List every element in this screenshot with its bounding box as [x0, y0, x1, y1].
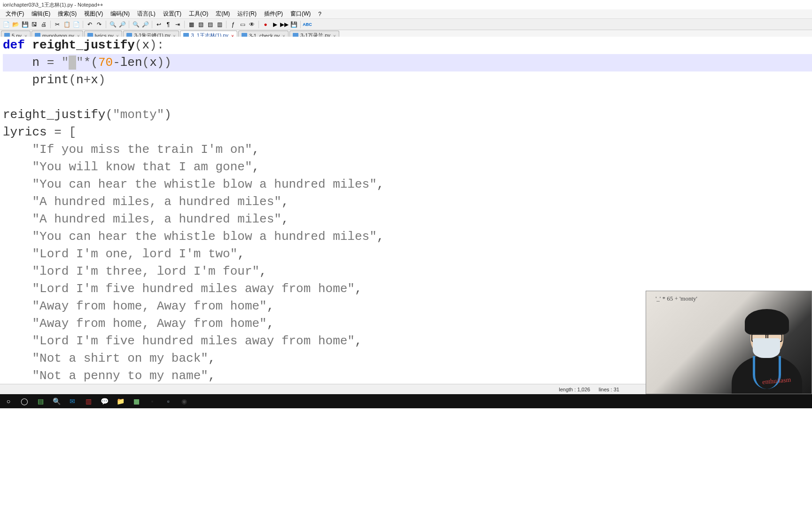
taskbar-files-icon[interactable]: ▤ [35, 396, 46, 407]
separator [152, 21, 152, 28]
menu-item[interactable]: 编码(N) [107, 9, 133, 19]
window-title: ion\chapter03\3_1王志林(1).py - Notepad++ [3, 1, 103, 8]
code-line[interactable]: "lord I'm three, lord I'm four", [3, 263, 812, 280]
taskbar-outlook-icon[interactable]: ✉ [67, 396, 78, 407]
status-lines: lines : 31 [599, 387, 619, 392]
taskbar-circle-icon[interactable]: ○ [3, 396, 14, 407]
new-file-icon[interactable]: 📄 [2, 21, 10, 28]
separator [258, 21, 259, 28]
taskbar-npp-icon[interactable]: ▦ [131, 396, 142, 407]
code-line[interactable]: "A hundred miles, a hundred miles", [3, 193, 812, 211]
menubar: 文件(F)编辑(E)搜索(S)视图(V)编码(N)语言(L)设置(T)工具(O)… [0, 9, 812, 19]
code-line[interactable]: "Lord I'm one, lord I'm two", [3, 246, 812, 263]
zoom-out-icon[interactable]: 🔎 [141, 21, 149, 28]
undo-icon[interactable]: ↶ [86, 21, 94, 28]
menu-item[interactable]: 设置(T) [159, 9, 185, 19]
taskbar-note-icon[interactable]: ▥ [83, 396, 94, 407]
paste-icon[interactable]: 📄 [72, 21, 80, 28]
separator [226, 21, 226, 28]
code-line[interactable]: "A hundred miles, a hundred miles", [3, 211, 812, 228]
separator [300, 21, 301, 28]
redo-icon[interactable]: ↷ [95, 21, 103, 28]
show-all-chars-icon[interactable]: ¶ [164, 21, 172, 28]
play-macro-icon[interactable]: ▶ [271, 21, 279, 28]
toolbar: 📄 📂 💾 🖫 🖨 ✂ 📋 📄 ↶ ↷ 🔍 🔎 🔍 🔎 ↩ ¶ ⇥ ▦ ▧ ▤ … [0, 19, 812, 30]
webcam-overlay: '_' * 65 + 'monty' enthu/iasm [646, 291, 812, 394]
separator [184, 21, 185, 28]
taskbar-wechat-icon[interactable]: 💬 [99, 396, 110, 407]
separator [129, 21, 129, 28]
indent-guide-icon[interactable]: ⇥ [174, 21, 181, 28]
uncomment-icon[interactable]: ▥ [216, 21, 223, 28]
save-macro-icon[interactable]: 💾 [290, 21, 297, 28]
taskbar-vbox-icon[interactable]: ▫ [163, 396, 174, 407]
replace-icon[interactable]: 🔎 [118, 21, 126, 28]
whiteboard-text: '_' * 65 + 'monty' [656, 295, 697, 302]
comment-icon[interactable]: ▤ [206, 21, 214, 28]
separator [83, 21, 83, 28]
menu-item[interactable]: 视图(V) [80, 9, 107, 19]
copy-icon[interactable]: 📋 [63, 21, 70, 28]
code-line[interactable]: lyrics = [ [3, 124, 812, 141]
menu-item[interactable]: 编辑(E) [28, 9, 54, 19]
function-list-icon[interactable]: ƒ [229, 21, 237, 28]
menu-item[interactable]: 窗口(W) [287, 9, 314, 19]
menu-item[interactable]: 搜索(S) [54, 9, 80, 19]
taskbar-chrome-icon[interactable]: ◯ [19, 396, 30, 407]
menu-item[interactable]: 宏(M) [212, 9, 234, 19]
taskbar-cmd-icon[interactable]: ▪ [147, 396, 158, 407]
status-length: length : 1,026 [559, 387, 590, 392]
separator [50, 21, 51, 28]
zoom-in-icon[interactable]: 🔍 [132, 21, 140, 28]
cut-icon[interactable]: ✂ [54, 21, 61, 28]
fold-icon[interactable]: ▦ [187, 21, 195, 28]
os-taskbar: ○◯▤🔍✉▥💬📁▦▪▫◉ [0, 394, 812, 408]
menu-item[interactable]: 语言(L) [133, 9, 159, 19]
save-all-icon[interactable]: 🖫 [31, 21, 38, 28]
code-line[interactable]: def reight_justify(x): [3, 37, 812, 54]
menu-item[interactable]: ? [314, 10, 325, 18]
taskbar-obs-icon[interactable]: ◉ [179, 396, 190, 407]
menu-item[interactable]: 工具(O) [185, 9, 212, 19]
menu-item[interactable]: 运行(R) [234, 9, 260, 19]
code-line[interactable]: "You can hear the whistle blow a hundred… [3, 176, 812, 193]
person-figure: enthu/iasm [727, 304, 807, 394]
separator [106, 21, 106, 28]
taskbar-folder-icon[interactable]: 📁 [115, 396, 126, 407]
code-line[interactable]: n = " "*(70-len(x)) [3, 54, 812, 71]
doc-map-icon[interactable]: ▭ [239, 21, 246, 28]
find-icon[interactable]: 🔍 [109, 21, 117, 28]
unfold-icon[interactable]: ▧ [197, 21, 204, 28]
save-icon[interactable]: 💾 [21, 21, 29, 28]
spellcheck-icon[interactable]: ABC [304, 21, 311, 28]
code-line[interactable]: reight_justify("monty") [3, 106, 812, 124]
wrap-icon[interactable]: ↩ [155, 21, 163, 28]
code-line[interactable]: print(n+x) [3, 71, 812, 89]
open-file-icon[interactable]: 📂 [12, 21, 19, 28]
menu-item[interactable]: 插件(P) [260, 9, 287, 19]
taskbar-search-icon[interactable]: 🔍 [51, 396, 62, 407]
menu-item[interactable]: 文件(F) [2, 9, 28, 19]
code-line[interactable]: "You can hear the whistle blow a hundred… [3, 228, 812, 246]
code-line[interactable]: "You will know that I am gone", [3, 159, 812, 176]
run-macro-icon[interactable]: ▶▶ [281, 21, 288, 28]
print-icon[interactable]: 🖨 [40, 21, 47, 28]
record-macro-icon[interactable]: ● [262, 21, 269, 28]
code-line[interactable] [3, 89, 812, 106]
code-line[interactable]: "If you miss the train I'm on", [3, 141, 812, 159]
eye-icon[interactable]: 👁 [248, 21, 256, 28]
window-titlebar: ion\chapter03\3_1王志林(1).py - Notepad++ [0, 0, 812, 9]
